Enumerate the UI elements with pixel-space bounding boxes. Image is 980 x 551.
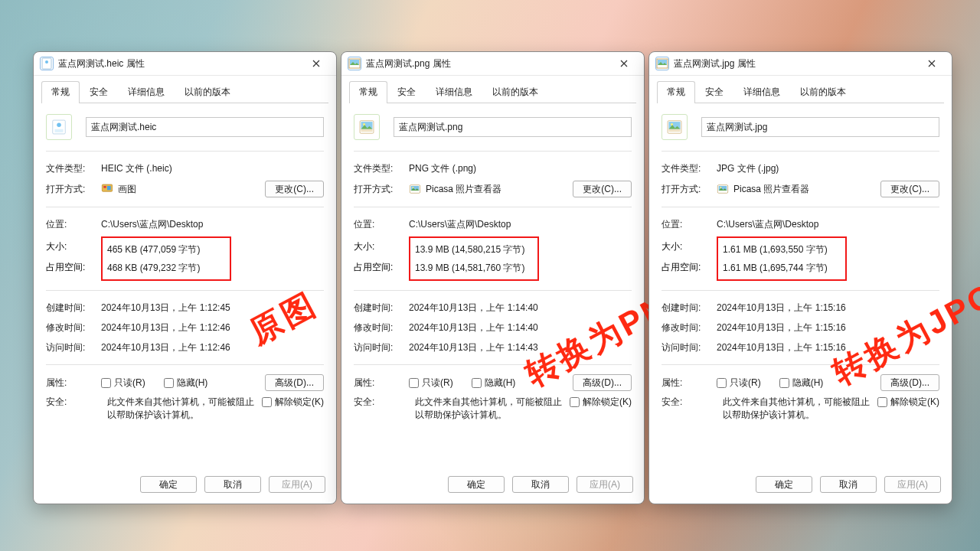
attributes-label: 属性: [46, 377, 101, 390]
tab[interactable]: 以前的版本 [482, 81, 548, 103]
apply-button[interactable]: 应用(A) [884, 476, 941, 493]
tab-bar: 常规安全详细信息以前的版本 [657, 80, 944, 103]
hidden-checkbox[interactable]: 隐藏(H) [164, 377, 208, 390]
change-button[interactable]: 更改(C)... [265, 181, 324, 197]
picasa-icon [409, 183, 421, 195]
size-on-disk-value: 13.9 MB (14,581,760 字节) [415, 262, 533, 275]
unblock-checkbox[interactable]: 解除锁定(K) [570, 396, 632, 409]
size-on-disk-label: 占用空间: [46, 261, 101, 281]
readonly-checkbox[interactable]: 只读(R) [717, 377, 761, 390]
close-button[interactable] [918, 54, 946, 73]
unblock-checkbox[interactable]: 解除锁定(K) [877, 396, 939, 409]
close-button[interactable] [610, 54, 638, 73]
ok-button[interactable]: 确定 [756, 476, 812, 493]
close-button[interactable] [302, 54, 330, 73]
titlebar-file-icon [348, 57, 361, 70]
created-label: 创建时间: [354, 302, 409, 315]
tab[interactable]: 常规 [657, 81, 695, 103]
readonly-checkbox[interactable]: 只读(R) [101, 377, 145, 390]
tab[interactable]: 以前的版本 [790, 81, 856, 103]
unblock-checkbox[interactable]: 解除锁定(K) [262, 396, 324, 409]
file-type-label: 文件类型: [46, 162, 101, 175]
separator [46, 207, 324, 207]
properties-dialog: 蓝点网测试.heic 属性常规安全详细信息以前的版本文件类型:HEIC 文件 (… [33, 51, 337, 504]
file-type-value: PNG 文件 (.png) [409, 162, 632, 175]
created-value: 2024年10月13日，上午 1:15:16 [717, 302, 939, 315]
file-type-icon [354, 114, 380, 140]
size-value: 465 KB (477,059 字节) [107, 243, 225, 256]
accessed-label: 访问时间: [46, 341, 101, 354]
separator [354, 151, 632, 152]
tab[interactable]: 安全 [80, 81, 118, 103]
accessed-value: 2024年10月13日，上午 1:12:46 [101, 341, 324, 354]
tab[interactable]: 详细信息 [426, 81, 482, 103]
svg-rect-7 [107, 186, 111, 190]
filename-input[interactable] [394, 117, 632, 137]
file-type-icon [46, 114, 72, 140]
security-message: 此文件来自其他计算机，可能被阻止以帮助保护该计算机。 [415, 396, 564, 422]
separator [662, 364, 939, 365]
accessed-label: 访问时间: [354, 341, 409, 354]
size-highlight-box: 1.61 MB (1,693,550 字节)1.61 MB (1,695,744… [717, 236, 847, 281]
attributes-label: 属性: [354, 377, 409, 390]
tab[interactable]: 常规 [349, 81, 387, 103]
cancel-button[interactable]: 取消 [820, 476, 877, 493]
change-button[interactable]: 更改(C)... [573, 181, 632, 197]
separator [662, 290, 939, 291]
size-highlight-box: 13.9 MB (14,580,215 字节)13.9 MB (14,581,7… [409, 236, 539, 281]
security-label: 安全: [354, 396, 409, 409]
security-label: 安全: [662, 396, 717, 409]
tab[interactable]: 安全 [695, 81, 733, 103]
hidden-checkbox[interactable]: 隐藏(H) [472, 377, 516, 390]
readonly-checkbox[interactable]: 只读(R) [409, 377, 453, 390]
open-with-app: Picasa 照片查看器 [733, 183, 809, 196]
tab[interactable]: 常规 [41, 81, 80, 103]
advanced-button[interactable]: 高级(D)... [573, 374, 632, 391]
tab[interactable]: 安全 [387, 81, 426, 103]
titlebar-file-icon [40, 57, 54, 70]
separator [46, 290, 324, 291]
svg-point-1 [45, 60, 48, 64]
titlebar-title: 蓝点网测试.heic 属性 [58, 57, 302, 70]
dialog-body: 文件类型:HEIC 文件 (.heic)打开方式:画图更改(C)...位置:C:… [34, 103, 336, 468]
location-label: 位置: [662, 218, 717, 231]
separator [354, 364, 632, 365]
ok-button[interactable]: 确定 [448, 476, 505, 493]
separator [46, 364, 324, 365]
advanced-button[interactable]: 高级(D)... [880, 374, 939, 391]
apply-button[interactable]: 应用(A) [577, 476, 633, 493]
tab[interactable]: 详细信息 [733, 81, 790, 103]
advanced-button[interactable]: 高级(D)... [265, 374, 324, 391]
filename-input[interactable] [86, 117, 324, 137]
created-value: 2024年10月13日，上午 1:12:45 [101, 302, 324, 315]
titlebar: 蓝点网测试.heic 属性 [34, 52, 336, 76]
filename-input[interactable] [701, 117, 939, 137]
titlebar: 蓝点网测试.png 属性 [341, 52, 644, 76]
created-value: 2024年10月13日，上午 1:14:40 [409, 302, 632, 315]
apply-button[interactable]: 应用(A) [269, 476, 325, 493]
titlebar: 蓝点网测试.jpg 属性 [649, 52, 952, 76]
svg-point-21 [671, 123, 673, 126]
cancel-button[interactable]: 取消 [512, 476, 569, 493]
location-label: 位置: [46, 218, 101, 231]
tab[interactable]: 详细信息 [118, 81, 175, 103]
cancel-button[interactable]: 取消 [204, 476, 261, 493]
titlebar-file-icon [655, 57, 669, 70]
separator [354, 207, 632, 207]
size-on-disk-value: 468 KB (479,232 字节) [107, 262, 225, 275]
separator [662, 151, 939, 152]
created-label: 创建时间: [662, 302, 717, 315]
hidden-checkbox[interactable]: 隐藏(H) [779, 377, 824, 390]
tab[interactable]: 以前的版本 [175, 81, 240, 103]
file-type-label: 文件类型: [354, 162, 409, 175]
modified-label: 修改时间: [662, 321, 717, 334]
accessed-value: 2024年10月13日，上午 1:14:43 [409, 341, 632, 354]
svg-rect-13 [361, 129, 372, 132]
ok-button[interactable]: 确定 [140, 476, 197, 493]
dialog-footer: 确定取消应用(A) [649, 468, 952, 504]
properties-dialog: 蓝点网测试.png 属性常规安全详细信息以前的版本文件类型:PNG 文件 (.p… [341, 51, 645, 504]
file-type-label: 文件类型: [662, 162, 717, 175]
attributes-label: 属性: [662, 377, 717, 390]
change-button[interactable]: 更改(C)... [880, 181, 939, 197]
dialog-body: 文件类型:JPG 文件 (.jpg)打开方式:Picasa 照片查看器更改(C)… [649, 103, 952, 468]
